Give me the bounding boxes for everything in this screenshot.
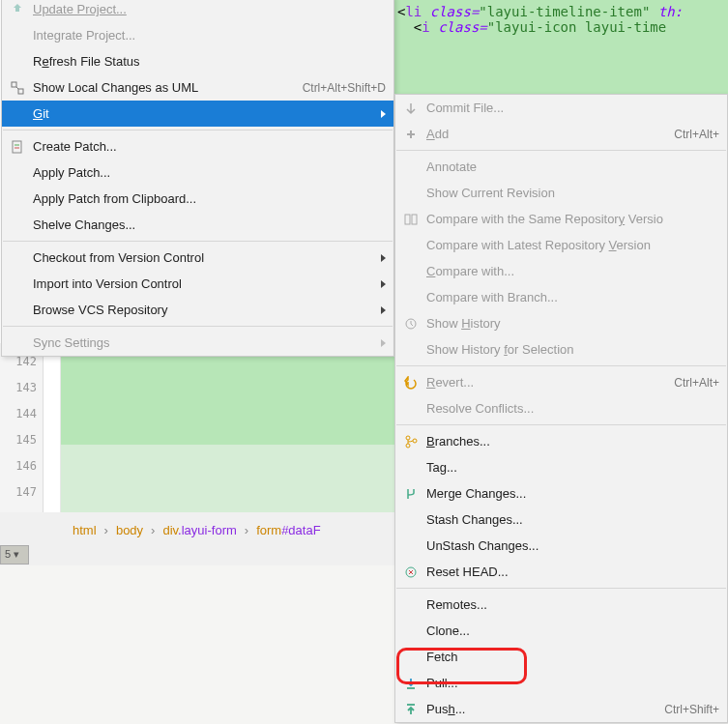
uml-icon bbox=[8, 80, 27, 96]
menu-item-unstash-changes[interactable]: UnStash Changes... bbox=[395, 533, 727, 559]
menu-item-merge-changes[interactable]: Merge Changes... bbox=[395, 480, 727, 507]
svg-rect-1 bbox=[18, 89, 23, 94]
menu-item-compare-same-repo[interactable]: Compare with the Same Repository Versio bbox=[395, 206, 727, 232]
gutter-line: 147 bbox=[0, 479, 37, 506]
breadcrumb-item[interactable]: div bbox=[162, 523, 178, 537]
fold-column bbox=[44, 343, 61, 512]
menu-item-show-local-changes-uml[interactable]: Show Local Changes as UML Ctrl+Alt+Shift… bbox=[2, 74, 393, 101]
svg-point-10 bbox=[406, 444, 410, 448]
menu-label: Update Project... bbox=[33, 2, 386, 16]
blank-icon bbox=[401, 342, 421, 358]
blank-icon bbox=[401, 597, 421, 613]
menu-item-refresh-file-status[interactable]: Refresh File Status bbox=[2, 48, 393, 74]
menu-item-branches[interactable]: Branches... bbox=[395, 428, 727, 454]
blank-icon bbox=[8, 106, 27, 122]
blank-icon bbox=[8, 250, 27, 266]
menu-item-shelve-changes[interactable]: Shelve Changes... bbox=[2, 212, 393, 238]
breadcrumb-item[interactable]: form bbox=[256, 523, 281, 537]
submenu-arrow-icon bbox=[381, 339, 386, 347]
menu-shortcut: Ctrl+Shift+ bbox=[664, 703, 719, 716]
menu-label: Tag... bbox=[426, 460, 719, 475]
blank-icon bbox=[401, 623, 421, 639]
line-gutter: 142 143 144 145 146 147 bbox=[0, 343, 44, 512]
menu-label: Merge Changes... bbox=[426, 486, 719, 501]
menu-label: Remotes... bbox=[426, 597, 719, 612]
menu-item-show-current-revision[interactable]: Show Current Revision bbox=[395, 180, 727, 206]
blank-icon bbox=[401, 538, 421, 554]
menu-item-tag[interactable]: Tag... bbox=[395, 454, 727, 480]
menu-shortcut: Ctrl+Alt+Shift+D bbox=[303, 81, 386, 95]
menu-separator bbox=[3, 326, 393, 327]
menu-label: Refresh File Status bbox=[33, 54, 386, 69]
blank-icon bbox=[401, 238, 421, 253]
update-icon bbox=[8, 2, 27, 17]
breadcrumb[interactable]: html › body › div.layui-form › form#data… bbox=[73, 518, 321, 541]
menu-item-remotes[interactable]: Remotes... bbox=[395, 592, 727, 618]
submenu-arrow-icon bbox=[381, 306, 386, 314]
breadcrumb-class: .layui-form bbox=[178, 523, 237, 537]
menu-item-git[interactable]: Git bbox=[2, 101, 393, 127]
gutter-line: 146 bbox=[0, 453, 37, 479]
val: "layui-timeline-item" bbox=[479, 4, 650, 19]
menu-item-push[interactable]: Push... Ctrl+Shift+ bbox=[395, 696, 727, 722]
menu-item-update-project[interactable]: Update Project... bbox=[2, 0, 393, 22]
menu-item-resolve-conflicts[interactable]: Resolve Conflicts... bbox=[395, 395, 727, 421]
menu-item-stash-changes[interactable]: Stash Changes... bbox=[395, 507, 727, 533]
reset-icon bbox=[401, 565, 421, 580]
compare-icon bbox=[401, 212, 421, 227]
menu-item-integrate-project[interactable]: Integrate Project... bbox=[2, 22, 393, 48]
menu-label: Pull... bbox=[426, 676, 719, 690]
attr: class= bbox=[430, 4, 480, 19]
merge-icon bbox=[401, 486, 421, 502]
menu-separator bbox=[396, 424, 726, 425]
menu-item-show-history[interactable]: Show History bbox=[395, 310, 727, 336]
menu-label: Apply Patch... bbox=[33, 165, 386, 180]
menu-item-pull[interactable]: Pull... bbox=[395, 670, 727, 696]
svg-rect-6 bbox=[405, 215, 410, 224]
menu-item-show-history-selection[interactable]: Show History for Selection bbox=[395, 336, 727, 362]
menu-label: Show History for Selection bbox=[426, 342, 719, 357]
menu-label: UnStash Changes... bbox=[426, 538, 719, 553]
menu-item-clone[interactable]: Clone... bbox=[395, 618, 727, 644]
gutter-line: 143 bbox=[0, 375, 37, 401]
tool-tab[interactable]: 5 ▾ bbox=[0, 545, 29, 565]
menu-item-compare-with[interactable]: Compare with... bbox=[395, 258, 727, 284]
tag: li bbox=[405, 4, 422, 19]
menu-item-commit-file[interactable]: Commit File... bbox=[395, 95, 727, 121]
breadcrumb-item[interactable]: html bbox=[73, 523, 97, 537]
menu-item-sync-settings[interactable]: Sync Settings bbox=[2, 330, 393, 356]
gutter-line: 144 bbox=[0, 401, 37, 427]
menu-item-import-vc[interactable]: Import into Version Control bbox=[2, 271, 393, 297]
menu-item-checkout-vc[interactable]: Checkout from Version Control bbox=[2, 245, 393, 271]
blank-icon bbox=[8, 28, 27, 43]
breadcrumb-id: #dataF bbox=[281, 523, 320, 537]
history-icon bbox=[401, 316, 421, 332]
menu-item-create-patch[interactable]: Create Patch... bbox=[2, 133, 393, 159]
breadcrumb-item[interactable]: body bbox=[116, 523, 143, 537]
menu-item-browse-vcs[interactable]: Browse VCS Repository bbox=[2, 297, 393, 323]
gutter-line: 145 bbox=[0, 427, 37, 453]
menu-label: Show Current Revision bbox=[426, 186, 719, 200]
menu-label: Integrate Project... bbox=[33, 28, 386, 43]
menu-label: Branches... bbox=[426, 434, 719, 449]
menu-label: Browse VCS Repository bbox=[33, 303, 375, 317]
menu-item-compare-branch[interactable]: Compare with Branch... bbox=[395, 284, 727, 310]
menu-item-reset-head[interactable]: Reset HEAD... bbox=[395, 559, 727, 585]
menu-label: Push... bbox=[426, 702, 655, 716]
menu-item-compare-latest[interactable]: Compare with Latest Repository Version bbox=[395, 232, 727, 258]
menu-item-annotate[interactable]: Annotate bbox=[395, 154, 727, 180]
menu-shortcut: Ctrl+Alt+ bbox=[674, 376, 719, 390]
menu-label: Reset HEAD... bbox=[426, 565, 719, 579]
add-icon bbox=[401, 127, 421, 142]
menu-label: Add bbox=[426, 127, 664, 141]
menu-item-fetch[interactable]: Fetch bbox=[395, 644, 727, 670]
menu-separator bbox=[3, 241, 393, 242]
menu-label: Shelve Changes... bbox=[33, 217, 386, 232]
blank-icon bbox=[8, 303, 27, 318]
menu-item-apply-patch[interactable]: Apply Patch... bbox=[2, 159, 393, 186]
menu-item-add[interactable]: Add Ctrl+Alt+ bbox=[395, 121, 727, 147]
menu-item-apply-patch-clipboard[interactable]: Apply Patch from Clipboard... bbox=[2, 186, 393, 212]
menu-item-revert[interactable]: Revert... Ctrl+Alt+ bbox=[395, 369, 727, 395]
tag: i bbox=[422, 19, 429, 35]
menu-label: Revert... bbox=[426, 375, 664, 390]
